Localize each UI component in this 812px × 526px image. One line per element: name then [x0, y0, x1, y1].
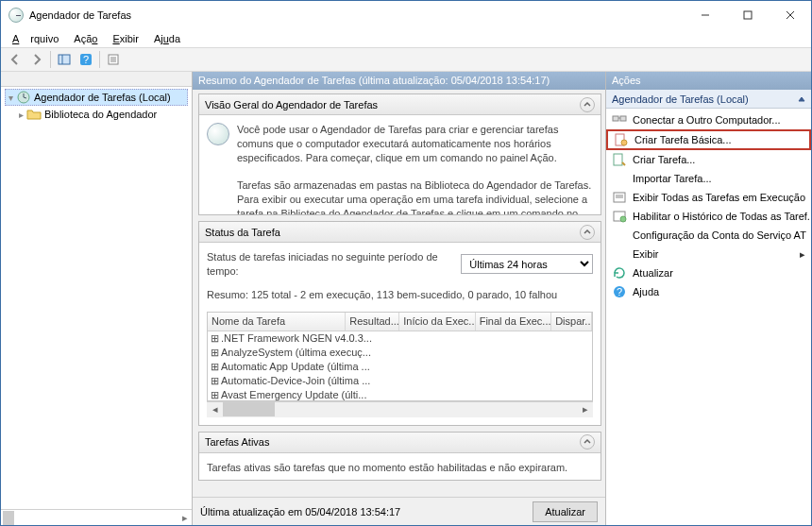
action-label: Criar Tarefa...	[633, 154, 695, 165]
action-none-6[interactable]: Configuração da Conta do Serviço AT	[606, 226, 811, 245]
menu-help[interactable]: Ajuda	[148, 32, 186, 45]
status-period-select[interactable]: Últimas 24 horas	[461, 254, 593, 274]
overview-section: Visão Geral do Agendador de Tarefas Você…	[198, 93, 601, 215]
folder-icon	[26, 107, 42, 122]
task-list: Nome da Tarefa Resultad... Início da Exe…	[207, 312, 593, 401]
svg-rect-14	[614, 154, 622, 165]
active-header[interactable]: Tarefas Ativas	[199, 433, 601, 453]
col-end[interactable]: Final da Exec...	[476, 313, 551, 331]
action-label: Ajuda	[633, 286, 659, 297]
actions-subheader[interactable]: Agendador de Tarefas (Local)	[606, 90, 811, 109]
forward-button[interactable]	[26, 49, 47, 70]
tree-pane: ▾ Agendador de Tarefas (Local) ▸ Bibliot…	[1, 72, 193, 525]
col-result[interactable]: Resultad...	[346, 313, 399, 331]
table-header: Nome da Tarefa Resultad... Início da Exe…	[208, 313, 592, 331]
help-button[interactable]: ?	[76, 49, 96, 70]
action-label: Exibir	[633, 248, 659, 260]
svg-text:?: ?	[83, 54, 89, 65]
panes-button[interactable]	[54, 49, 75, 70]
expand-icon[interactable]: ▸	[16, 110, 26, 120]
menu-action[interactable]: Ação	[68, 32, 103, 45]
toolbar: ?	[1, 47, 811, 72]
action-label: Atualizar	[633, 267, 673, 279]
action-connect-0[interactable]: Conectar a Outro Computador...	[606, 110, 811, 129]
tree-root-label: Agendador de Tarefas (Local)	[34, 92, 171, 103]
status-summary-line: Resumo: 125 total - 2 em execução, 113 b…	[207, 288, 593, 302]
action-label: Criar Tarefa Básica...	[634, 134, 732, 145]
col-trigger[interactable]: Dispar...	[551, 313, 592, 331]
action-create-2[interactable]: Criar Tarefa...	[606, 150, 811, 169]
col-start[interactable]: Início da Exec...	[399, 313, 475, 331]
basic-icon	[614, 132, 629, 147]
chevron-up-icon[interactable]	[580, 97, 595, 112]
svg-rect-11	[620, 116, 626, 121]
status-title: Status da Tarefa	[205, 227, 280, 238]
none-icon	[612, 246, 627, 262]
import-icon	[612, 171, 627, 186]
active-title: Tarefas Ativas	[205, 436, 269, 448]
table-row[interactable]: ⊞Automatic-Device-Join (última ...	[208, 374, 592, 388]
table-row[interactable]: ⊞AnalyzeSystem (última execuç...	[208, 346, 592, 360]
svg-rect-1	[59, 55, 70, 64]
menu-view[interactable]: Exibir	[107, 32, 144, 45]
back-button[interactable]	[5, 49, 25, 70]
overview-para2: Tarefas são armazenadas em pastas na Bib…	[237, 178, 593, 214]
summary-pane: Resumo do Agendador de Tarefas (última a…	[193, 72, 606, 525]
running-icon	[612, 190, 627, 205]
svg-rect-0	[744, 11, 752, 19]
action-label: Habilitar o Histórico de Todas as Taref.…	[633, 211, 811, 222]
action-running-4[interactable]: Exibir Todas as Tarefas em Execução	[606, 188, 811, 207]
chevron-up-icon	[798, 95, 805, 103]
connect-icon	[612, 112, 627, 127]
menu-bar: Arquivo Ação Exibir Ajuda	[1, 29, 811, 47]
status-period-label: Status de tarefas iniciadas no seguinte …	[207, 250, 453, 279]
menu-file[interactable]: Arquivo	[7, 32, 64, 45]
tree-library-label: Biblioteca do Agendador	[44, 109, 157, 120]
status-section: Status da Tarefa Status de tarefas inici…	[198, 221, 601, 426]
table-row[interactable]: ⊞Avast Emergency Update (últi...	[208, 388, 592, 402]
chevron-up-icon[interactable]	[580, 225, 595, 240]
properties-button[interactable]	[103, 49, 124, 70]
history-icon	[612, 209, 627, 224]
refresh-button[interactable]: Atualizar	[533, 501, 598, 522]
action-label: Importar Tarefa...	[633, 173, 712, 184]
app-icon	[8, 8, 24, 23]
chevron-up-icon[interactable]	[580, 434, 595, 450]
clock-icon	[207, 123, 229, 145]
action-help-9[interactable]: ?Ajuda	[606, 282, 811, 301]
active-desc: Tarefas ativas são tarefas que no moment…	[207, 461, 593, 475]
action-history-5[interactable]: Habilitar o Histórico de Todas as Taref.…	[606, 207, 811, 226]
task-list-scrollbar[interactable]: ◂▸	[207, 401, 593, 417]
svg-rect-10	[613, 116, 618, 121]
status-header[interactable]: Status da Tarefa	[199, 222, 601, 243]
expand-icon[interactable]: ▾	[6, 93, 16, 103]
table-row[interactable]: ⊞Automatic App Update (última ...	[208, 360, 592, 374]
action-import-3[interactable]: Importar Tarefa...	[606, 169, 811, 188]
minimize-button[interactable]	[684, 2, 726, 28]
svg-point-13	[621, 140, 627, 145]
action-label: Configuração da Conta do Serviço AT	[633, 229, 806, 241]
tree-scrollbar[interactable]: ▸	[1, 509, 192, 525]
overview-header[interactable]: Visão Geral do Agendador de Tarefas	[199, 94, 601, 115]
summary-footer: Última atualização em 05/04/2018 13:54:1…	[193, 497, 605, 525]
table-row[interactable]: ⊞.NET Framework NGEN v4.0.3...	[208, 331, 592, 346]
action-label: Conectar a Outro Computador...	[633, 114, 781, 126]
tree-library[interactable]: ▸ Biblioteca do Agendador	[5, 106, 188, 123]
tree-root[interactable]: ▾ Agendador de Tarefas (Local)	[5, 89, 188, 106]
maximize-button[interactable]	[726, 2, 769, 28]
window-title: Agendador de Tarefas	[29, 9, 131, 21]
window-titlebar: Agendador de Tarefas	[1, 1, 811, 29]
overview-title: Visão Geral do Agendador de Tarefas	[205, 99, 378, 110]
overview-para1: Você pode usar o Agendador de Tarefas pa…	[237, 123, 593, 165]
create-icon	[612, 152, 627, 167]
close-button[interactable]	[769, 2, 811, 28]
action-refresh-8[interactable]: Atualizar	[606, 263, 811, 282]
action-label: Exibir Todas as Tarefas em Execução	[633, 192, 805, 203]
none-icon	[612, 228, 627, 243]
action-basic-1[interactable]: Criar Tarefa Básica...	[606, 129, 811, 150]
col-name[interactable]: Nome da Tarefa	[208, 313, 346, 331]
svg-point-19	[620, 216, 626, 222]
scheduler-icon	[16, 90, 31, 105]
action-none-7[interactable]: Exibir▸	[606, 245, 811, 263]
submenu-arrow-icon: ▸	[800, 248, 805, 261]
